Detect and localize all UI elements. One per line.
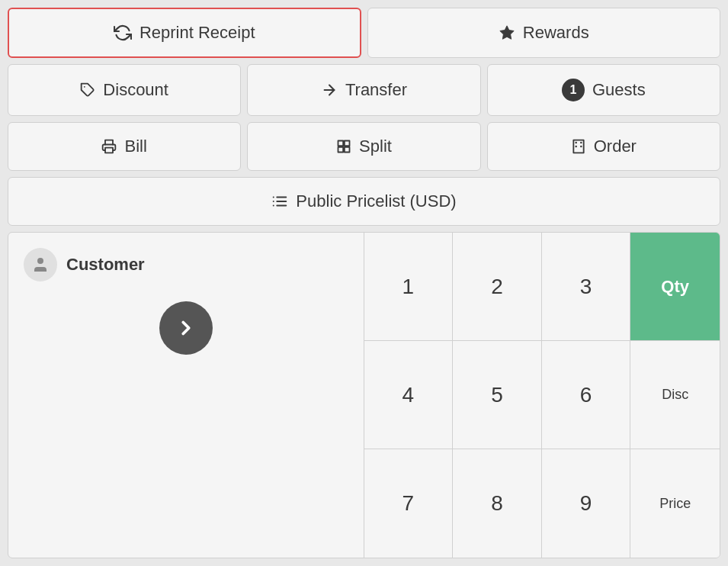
svg-rect-6 — [338, 147, 344, 153]
middle-row: Discount Transfer 1 Guests — [8, 64, 720, 116]
num-1-button[interactable]: 1 — [364, 233, 454, 341]
main-container: Reprint Receipt Rewards Discount — [0, 0, 728, 566]
bill-row: Bill Split — [8, 122, 720, 171]
split-icon — [336, 139, 351, 154]
svg-rect-5 — [345, 141, 350, 146]
numpad-section: Customer 1 2 3 Qt — [8, 232, 720, 558]
order-label: Order — [594, 137, 637, 156]
pricelist-icon — [271, 193, 288, 210]
tag-icon — [80, 82, 95, 98]
rewards-label: Rewards — [523, 23, 589, 43]
numpad-right: 1 2 3 Qty 4 5 — [364, 233, 720, 558]
discount-label: Discount — [103, 80, 168, 100]
bill-label: Bill — [124, 137, 146, 156]
chevron-right-icon — [175, 317, 197, 339]
svg-rect-4 — [338, 141, 344, 146]
transfer-icon — [321, 82, 338, 98]
discount-button[interactable]: Discount — [8, 64, 241, 116]
pricelist-label: Public Pricelist (USD) — [296, 191, 456, 211]
guests-label: Guests — [592, 80, 646, 100]
reprint-receipt-button[interactable]: Reprint Receipt — [8, 8, 361, 58]
num-9-button[interactable]: 9 — [542, 449, 631, 558]
num-4-button[interactable]: 4 — [364, 341, 454, 449]
split-button[interactable]: Split — [247, 122, 480, 171]
reprint-icon — [114, 24, 132, 42]
pricelist-row: Public Pricelist (USD) — [8, 177, 720, 226]
top-row: Reprint Receipt Rewards — [8, 8, 720, 58]
customer-panel: Customer — [8, 233, 364, 558]
user-icon — [31, 256, 50, 274]
pricelist-button[interactable]: Public Pricelist (USD) — [8, 177, 720, 226]
guests-count-badge: 1 — [562, 79, 585, 101]
disc-button[interactable]: Disc — [630, 341, 720, 449]
num-2-button[interactable]: 2 — [453, 233, 542, 341]
transfer-label: Transfer — [345, 80, 407, 100]
num-5-button[interactable]: 5 — [453, 341, 542, 449]
svg-point-18 — [37, 258, 43, 264]
customer-header: Customer — [24, 248, 348, 281]
num-3-button[interactable]: 3 — [542, 233, 631, 341]
transfer-button[interactable]: Transfer — [247, 64, 480, 116]
price-button[interactable]: Price — [630, 449, 720, 558]
guests-button[interactable]: 1 Guests — [487, 64, 720, 116]
svg-marker-0 — [500, 26, 514, 39]
customer-avatar — [24, 248, 57, 281]
num-8-button[interactable]: 8 — [453, 449, 542, 558]
bill-icon — [101, 139, 117, 154]
star-icon — [499, 24, 515, 41]
next-customer-button[interactable] — [159, 301, 213, 355]
order-button[interactable]: Order — [487, 122, 720, 171]
reprint-receipt-label: Reprint Receipt — [140, 23, 255, 43]
qty-button[interactable]: Qty — [630, 233, 720, 341]
num-6-button[interactable]: 6 — [542, 341, 631, 449]
num-7-button[interactable]: 7 — [364, 449, 454, 558]
order-icon — [571, 139, 586, 154]
svg-rect-7 — [345, 147, 350, 153]
rewards-button[interactable]: Rewards — [367, 8, 721, 58]
bill-button[interactable]: Bill — [8, 122, 241, 171]
customer-label: Customer — [66, 255, 145, 275]
split-label: Split — [359, 137, 392, 156]
svg-rect-3 — [105, 148, 113, 153]
